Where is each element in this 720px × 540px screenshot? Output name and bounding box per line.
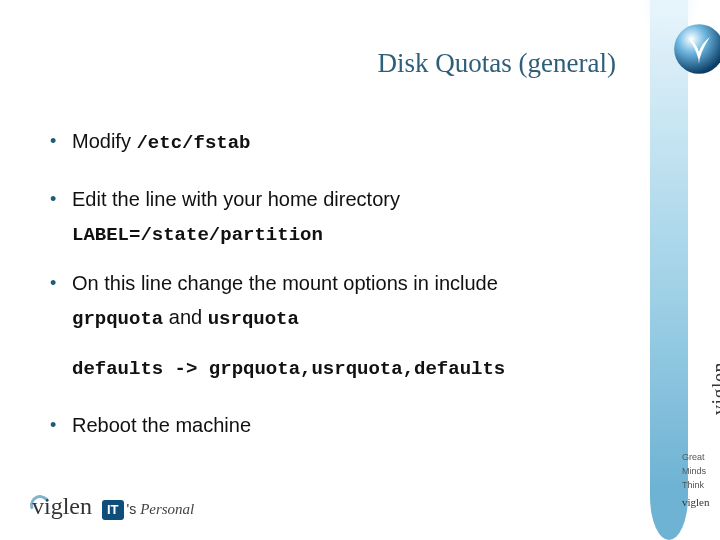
tagline-3: Think bbox=[682, 479, 720, 492]
bullet-icon: • bbox=[50, 128, 72, 154]
bullet-1-text: Modify bbox=[72, 130, 136, 152]
bullet-4-text: Reboot the machine bbox=[72, 412, 251, 438]
bullet-1: • Modify /etc/fstab bbox=[50, 128, 590, 156]
brand-small-logo: viglen bbox=[682, 496, 720, 509]
footer-brand-name: viglen bbox=[32, 493, 92, 520]
bullet-3-code-b: usrquota bbox=[208, 308, 299, 330]
tagline-2: Minds bbox=[682, 465, 720, 478]
bullet-2-text: Edit the line with your home directory bbox=[72, 186, 400, 212]
bullet-4: • Reboot the machine bbox=[50, 412, 590, 438]
content-area: • Modify /etc/fstab • Edit the line with… bbox=[50, 128, 590, 446]
orb-logo-icon bbox=[672, 22, 720, 76]
brand-tagline: Great Minds Think viglen bbox=[682, 451, 720, 510]
bullet-2: • Edit the line with your home directory bbox=[50, 186, 590, 212]
footer-logo: viglen IT's Personal bbox=[32, 493, 194, 520]
bullet-3: • On this line change the mount options … bbox=[50, 270, 590, 296]
tagline-1: Great bbox=[682, 451, 720, 464]
bullet-icon: • bbox=[50, 186, 72, 212]
bullet-3-code-a: grpquota bbox=[72, 308, 163, 330]
footer-personal: Personal bbox=[140, 501, 194, 517]
bullet-1-code: /etc/fstab bbox=[136, 132, 250, 154]
brand-vertical-logo: viglen bbox=[708, 362, 720, 415]
footer-it-badge: IT bbox=[102, 500, 124, 520]
slide-title: Disk Quotas (general) bbox=[0, 48, 616, 79]
bullet-3-mid: and bbox=[163, 306, 207, 328]
bullet-2-code: LABEL=/state/partition bbox=[72, 224, 323, 246]
bullet-icon: • bbox=[50, 412, 72, 438]
slide: Disk Quotas (general) • Modify /etc/fsta… bbox=[0, 0, 720, 540]
bullet-3-code-line: defaults -> grpquota,usrquota,defaults bbox=[72, 358, 505, 380]
footer-s: 's bbox=[127, 501, 141, 517]
bullet-icon: • bbox=[50, 270, 72, 296]
bullet-3-text: On this line change the mount options in… bbox=[72, 270, 498, 296]
footer-tagline: IT's Personal bbox=[102, 501, 194, 518]
